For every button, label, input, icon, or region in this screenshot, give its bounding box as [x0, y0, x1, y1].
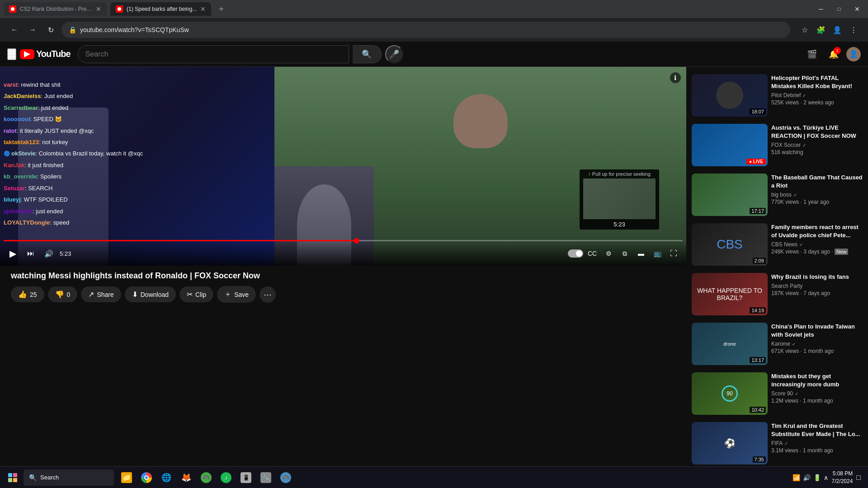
sidebar-views-6: 671K views · 1 month ago — [771, 348, 863, 354]
browser-minimize[interactable]: ─ — [814, 2, 828, 16]
browser-tab-2[interactable]: (1) Speed barks after being... ✕ — [110, 2, 211, 16]
youtube-logo[interactable]: YouTube — [20, 49, 71, 59]
sidebar-title-6: China's Plan to Invade Taiwan with Sovie… — [771, 323, 863, 339]
chat-username-12: ajohidast3 — [4, 208, 33, 215]
cast-button[interactable]: 📺 — [650, 246, 665, 261]
taskbar-search-label: Search — [40, 474, 59, 481]
sidebar-item-8[interactable]: ⚽ 7:35 Tim Krul and the Greatest Substit… — [686, 418, 868, 468]
settings-button[interactable]: ⚙ — [601, 246, 616, 261]
sidebar-item-7[interactable]: 90 10:42 Mistakes but they get increasin… — [686, 369, 868, 418]
sidebar-item-6[interactable]: drone 13:17 China's Plan to Invade Taiwa… — [686, 319, 868, 369]
info-button[interactable]: ℹ — [670, 72, 681, 83]
share-button[interactable]: ↗ Share — [81, 286, 121, 302]
chrome-icon — [141, 472, 152, 483]
clock-time: 5:08 PM — [832, 470, 853, 478]
sidebar-item-3[interactable]: 17:17 The Baseball Game That Caused a Ri… — [686, 170, 868, 220]
autonext-toggle[interactable] — [568, 249, 583, 258]
create-button[interactable]: 🎬 — [803, 45, 821, 63]
search-button[interactable]: 🔍 — [353, 45, 382, 63]
tab-close-2[interactable]: ✕ — [200, 5, 206, 13]
download-label: Download — [141, 291, 169, 298]
browser-close[interactable]: ✕ — [850, 2, 864, 16]
volume-icon[interactable]: 🔊 — [803, 474, 811, 481]
download-button[interactable]: ⬇ Download — [125, 286, 176, 302]
network-icon[interactable]: 📶 — [793, 474, 800, 481]
system-clock[interactable]: 5:08 PM 7/2/2024 — [832, 470, 853, 485]
sidebar-channel-7: Score 90 ✓ — [771, 390, 863, 397]
search-input[interactable] — [85, 50, 341, 58]
save-button[interactable]: ＋ Save — [217, 286, 256, 303]
reload-button[interactable]: ↻ — [43, 23, 58, 37]
taskbar-mystery-app[interactable]: 🎮 — [197, 469, 215, 487]
taskbar-file-explorer[interactable]: 📁 — [118, 469, 136, 487]
profile-btn[interactable]: 👤 — [830, 23, 844, 37]
sidebar-item-5[interactable]: WHAT HAPPENED TO BRAZIL? 14:19 Why Brazi… — [686, 269, 868, 319]
play-pause-button[interactable]: ▶ — [5, 246, 20, 261]
dislike-button[interactable]: 👎 0 — [48, 286, 78, 302]
subtitles-button[interactable]: CC — [585, 246, 599, 261]
taskbar-edge[interactable]: 🌐 — [157, 469, 175, 487]
tab-close-1[interactable]: ✕ — [96, 5, 101, 13]
search-box[interactable] — [78, 45, 349, 63]
browser-menu-btn[interactable]: ⋮ — [846, 23, 861, 37]
video-actions: 👍 25 👎 0 ↗ Share ⬇ Download — [11, 286, 675, 303]
youtube-main: varst: rewind that shit JackDanielss: Ju… — [0, 67, 868, 488]
volume-button[interactable]: 🔊 — [42, 246, 56, 261]
sidebar-thumb-8: ⚽ 7:35 — [692, 422, 768, 465]
chat-message-3: Scarredbear: just ended — [4, 103, 271, 113]
chat-text-13: : speed — [50, 219, 70, 226]
start-button[interactable] — [4, 469, 22, 487]
play-triangle — [24, 51, 30, 57]
address-bar[interactable]: 🔒 youtube.com/watch?v=TsSCQTpKuSw — [61, 22, 790, 38]
chat-message-10: Setuzar: SEARCH — [4, 183, 271, 193]
verified-badge-7: 🔵 — [4, 150, 10, 157]
browser-maximize[interactable]: □ — [832, 2, 846, 16]
taskbar-app8[interactable]: 🔧 — [257, 469, 275, 487]
score90-badge: 90 — [722, 385, 738, 402]
sidebar-title-4: Family members react to arrest of Uvalde… — [771, 223, 863, 239]
notifications-button[interactable]: 🔔 1 — [825, 45, 843, 63]
miniplayer-button[interactable]: ⧉ — [618, 246, 632, 261]
taskbar-firefox[interactable]: 🦊 — [177, 469, 195, 487]
voice-search-button[interactable]: 🎤 — [385, 45, 403, 63]
forward-button[interactable]: → — [25, 23, 40, 37]
show-desktop-button[interactable]: □ — [856, 474, 861, 482]
windows-logo — [8, 473, 17, 482]
taskbar-search-box[interactable]: 🔍 Search — [24, 469, 114, 486]
next-button[interactable]: ⏭ — [24, 246, 38, 261]
video-player[interactable]: varst: rewind that shit JackDanielss: Ju… — [0, 67, 686, 266]
more-options-button[interactable]: ⋯ — [259, 286, 276, 303]
chat-message-6: taktaktak123: not turkey — [4, 137, 271, 147]
new-tab-button[interactable]: + — [215, 3, 227, 15]
chat-text-4: : SPEED 🐱 — [30, 116, 62, 122]
sidebar-meta-1: Helicopter Pilot's FATAL Mistakes Killed… — [771, 74, 863, 117]
taskbar-spotify[interactable]: ♪ — [217, 469, 235, 487]
verified-icon-3: ✓ — [793, 192, 797, 197]
clip-button[interactable]: ✂ Clip — [179, 286, 213, 302]
toggle-track — [568, 249, 583, 258]
chevron-up-icon[interactable]: ∧ — [824, 474, 828, 481]
toggle-thumb — [576, 250, 582, 257]
extension-btn[interactable]: 🧩 — [814, 23, 828, 37]
sidebar-item-4[interactable]: CBS 2:09 Family members react to arrest … — [686, 220, 868, 269]
hamburger-menu[interactable]: ☰ — [7, 48, 16, 60]
like-button[interactable]: 👍 25 — [11, 286, 44, 302]
taskbar-chrome[interactable] — [137, 469, 156, 487]
sidebar-recommended: 18:07 Helicopter Pilot's FATAL Mistakes … — [686, 67, 868, 488]
theater-button[interactable]: ▬ — [634, 246, 648, 261]
fullscreen-button[interactable]: ⛶ — [666, 246, 681, 261]
taskbar-app7[interactable]: 📱 — [237, 469, 255, 487]
chat-text-1: : rewind that shit — [18, 81, 61, 88]
user-avatar[interactable]: 👤 — [846, 47, 861, 61]
taskbar-steam[interactable]: 🎮 — [277, 469, 295, 487]
win-sq-3 — [8, 478, 12, 482]
chat-message-11: blueyj: WTF SPOILEED — [4, 194, 271, 205]
yt-logo-area: ☰ YouTube — [7, 48, 71, 60]
sidebar-item-1[interactable]: 18:07 Helicopter Pilot's FATAL Mistakes … — [686, 70, 868, 120]
chat-message-1: varst: rewind that shit — [4, 80, 271, 90]
browser-tab-1[interactable]: CS2 Rank Distribution - Premie... ✕ — [4, 2, 107, 16]
sidebar-item-2[interactable]: ● LIVE Austria vs. Türkiye LIVE REACTION… — [686, 120, 868, 170]
back-button[interactable]: ← — [7, 23, 22, 37]
bookmark-btn[interactable]: ☆ — [797, 23, 812, 37]
battery-icon[interactable]: 🔋 — [813, 474, 821, 481]
